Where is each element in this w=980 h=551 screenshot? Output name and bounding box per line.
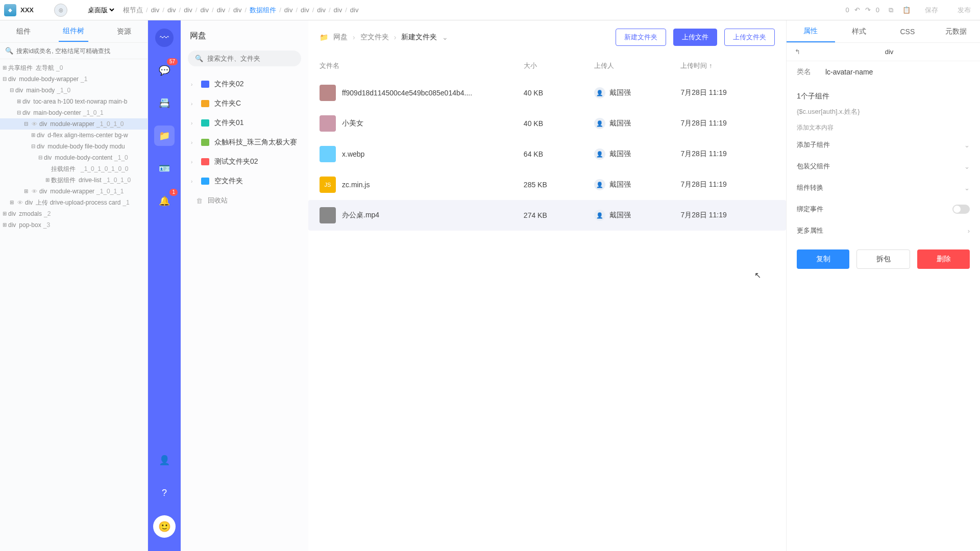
secondary-logo-icon: ◎ (54, 4, 67, 17)
trash-icon: 🗑 (196, 197, 203, 205)
delete-button[interactable]: 删除 (917, 249, 970, 269)
breadcrumb-item[interactable]: div (301, 6, 309, 14)
user-avatar[interactable]: 🙂 (153, 515, 176, 538)
folder-item[interactable]: ›文件夹02 (188, 74, 301, 94)
up-arrow-icon[interactable]: ↰ (795, 48, 800, 56)
chevron-right-icon: › (968, 227, 970, 235)
selected-element: div (806, 48, 972, 56)
left-tabs: 组件组件树资源 (0, 20, 148, 43)
bind-event-toggle[interactable] (952, 205, 970, 214)
class-value[interactable]: lc-avatar-name (825, 68, 873, 76)
tree-search-input[interactable] (16, 47, 142, 55)
file-row[interactable]: ff909d18d114500c4e549bc085e014b4.... 40 … (308, 78, 786, 108)
trash-label[interactable]: 回收站 (208, 196, 228, 205)
search-icon: 🔍 (5, 47, 13, 55)
breadcrumb-item[interactable]: div (184, 6, 192, 14)
upload-file-button[interactable]: 上传文件 (673, 29, 717, 46)
file-row[interactable]: JSzc.min.js 285 KB 👤戴国强 7月28日 11:19 (308, 169, 786, 200)
new-folder-button[interactable]: 新建文件夹 (616, 29, 666, 46)
unpack-button[interactable]: 拆包 (856, 249, 910, 269)
breadcrumb-item[interactable]: div (200, 6, 209, 14)
left-tab[interactable]: 组件树 (59, 21, 88, 42)
inspector-action[interactable]: 包装父组件⌄ (787, 156, 980, 177)
breadcrumb-item[interactable]: div (334, 6, 342, 14)
copy-button[interactable]: 复制 (797, 249, 849, 269)
rail-contacts-icon[interactable]: 📇 (154, 93, 175, 113)
tree-node[interactable]: ⊟divmain-body-center_1_0_1 (0, 107, 148, 118)
left-tab[interactable]: 资源 (113, 22, 135, 41)
tree-node[interactable]: ⊞数据组件drive-list_1_0_1_0 (0, 174, 148, 186)
tree-node[interactable]: ⊞👁divmodule-wrapper_1_0_1_1 (0, 186, 148, 197)
redo-count: 0 (876, 6, 879, 14)
tree-node[interactable]: ⊟👁divmodule-wrapper_1_0_1_0 (0, 118, 148, 130)
tree-node[interactable]: ⊞divpop-box_3 (0, 219, 148, 231)
copy-icon[interactable]: ⧉ (889, 6, 893, 14)
inspector-tab[interactable]: 样式 (835, 20, 884, 42)
inspector-tab[interactable]: 属性 (787, 20, 835, 42)
tree-node[interactable]: ⊞👁div上传 drive-upload-process card_1 (0, 197, 148, 208)
breadcrumb-item[interactable]: div (233, 6, 242, 14)
tree-node[interactable]: ⊞共享组件左导航_0 (0, 62, 148, 73)
inspector-tab[interactable]: 元数据 (932, 20, 980, 42)
drive-breadcrumb[interactable]: 📁网盘›空文件夹›新建文件夹 ⌄ (320, 33, 608, 42)
tree-node[interactable]: ⊟divmodule-body-wrapper_1 (0, 73, 148, 85)
inspector-tab[interactable]: CSS (884, 20, 932, 42)
add-text-hint[interactable]: 添加文本内容 (787, 121, 980, 134)
breadcrumb-item[interactable]: div (151, 6, 160, 14)
folder-item[interactable]: ›文件夹C (188, 94, 301, 113)
save-button[interactable]: 保存 (920, 4, 943, 17)
breadcrumb-item[interactable]: div (317, 6, 326, 14)
component-tree[interactable]: ⊞共享组件左导航_0⊟divmodule-body-wrapper_1⊟divm… (0, 59, 148, 234)
bind-event-label: 绑定事件 (797, 205, 823, 214)
path-item[interactable]: 网盘 (333, 33, 348, 42)
tree-node[interactable]: ⊟divmodule-body file-body modu (0, 141, 148, 152)
folder-item[interactable]: ›空文件夹 (188, 171, 301, 191)
breadcrumb-item[interactable]: div (167, 6, 176, 14)
tree-node[interactable]: ⊟divmain-body_1_0 (0, 85, 148, 96)
rail-card-icon[interactable]: 🪪 (154, 158, 175, 179)
tree-node[interactable]: 挂载组件_1_0_1_0_1_0_0 (0, 163, 148, 174)
path-item[interactable]: 空文件夹 (360, 33, 389, 42)
breadcrumb-item[interactable]: div (284, 6, 293, 14)
rail-chat-icon[interactable]: 💬57 (154, 60, 175, 81)
breadcrumb[interactable]: 根节点/div/div/div/div/div/div/数据组件/div/div… (123, 6, 846, 15)
rail-user-icon[interactable]: 👤 (154, 450, 175, 470)
left-tab[interactable]: 组件 (12, 22, 35, 41)
tree-node[interactable]: ⊞divzmodals_2 (0, 208, 148, 219)
rail-logo-icon[interactable]: 〰 (154, 28, 175, 48)
inspector-action[interactable]: 组件转换⌄ (787, 177, 980, 198)
file-row[interactable]: 办公桌.mp4 274 KB 👤戴国强 7月28日 11:19 (308, 200, 786, 231)
col-uploader[interactable]: 上传人 (594, 61, 680, 70)
folder-item[interactable]: ›众触科技_珠三角太极大赛 (188, 133, 301, 152)
folder-item[interactable]: ›测试文件夹02 (188, 152, 301, 171)
undo-count: 0 (846, 6, 849, 14)
expression-value[interactable]: {$c.user[auth].x.姓名} (787, 107, 980, 121)
tree-node[interactable]: ⊟divmodule-body-content_1_0 (0, 152, 148, 163)
inspector-action[interactable]: 添加子组件⌄ (787, 134, 980, 156)
breadcrumb-item[interactable]: 数据组件 (250, 6, 276, 15)
col-size[interactable]: 大小 (524, 61, 594, 70)
upload-folder-button[interactable]: 上传文件夹 (724, 29, 775, 46)
drive-title: 网盘 (188, 31, 301, 41)
redo-icon[interactable]: ↷ (865, 6, 871, 14)
path-item[interactable]: 新建文件夹 (401, 33, 437, 42)
tree-node[interactable]: ⊞divd-flex align-items-center bg-w (0, 130, 148, 141)
drive-search-input[interactable] (207, 55, 294, 62)
rail-help-icon[interactable]: ? (154, 483, 175, 503)
rail-bell-icon[interactable]: 🔔1 (154, 191, 175, 211)
file-row[interactable]: x.webp 64 KB 👤戴国强 7月28日 11:19 (308, 139, 786, 169)
file-row[interactable]: 小美女 40 KB 👤戴国强 7月28日 11:19 (308, 108, 786, 139)
rail-folder-icon[interactable]: 📁 (154, 126, 175, 146)
breadcrumb-item[interactable]: div (217, 6, 226, 14)
mode-select[interactable]: 桌面版 (86, 6, 116, 14)
publish-button[interactable]: 发布 (952, 4, 976, 17)
undo-icon[interactable]: ↶ (854, 6, 860, 14)
breadcrumb-item[interactable]: 根节点 (123, 6, 143, 15)
col-time[interactable]: 上传时间 ↑ (680, 61, 775, 70)
breadcrumb-item[interactable]: div (350, 6, 359, 14)
tree-node[interactable]: ⊞divtoc-area h-100 text-nowrap main-b (0, 96, 148, 107)
folder-item[interactable]: ›文件夹01 (188, 113, 301, 133)
more-attr-label[interactable]: 更多属性 (797, 226, 823, 235)
col-name[interactable]: 文件名 (320, 61, 524, 70)
paste-icon[interactable]: 📋 (902, 6, 911, 14)
